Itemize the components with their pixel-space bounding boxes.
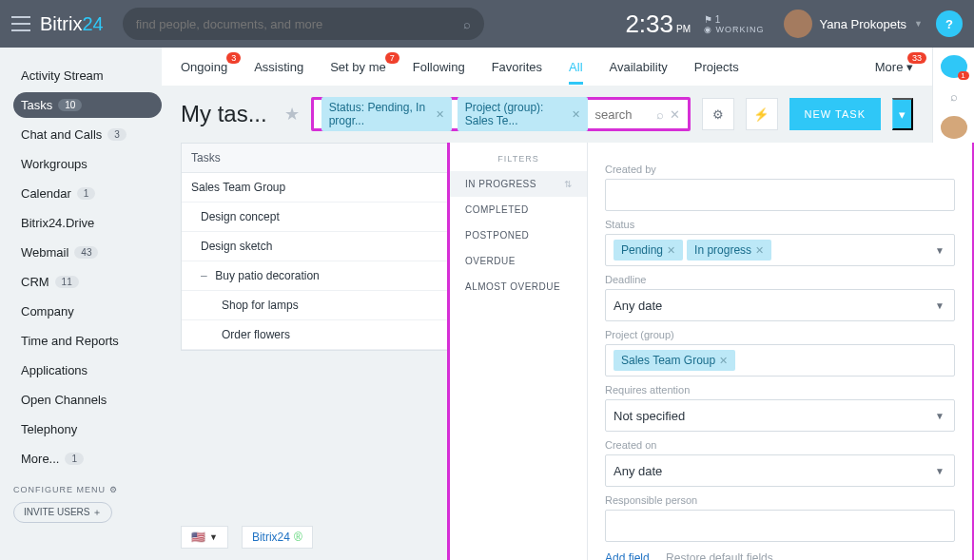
sidebar-item[interactable]: Time and Reports <box>13 328 162 354</box>
tab[interactable]: Favorites <box>492 60 542 74</box>
sidebar: Activity StreamTasks10Chat and Calls3Wor… <box>0 48 162 560</box>
filter-chip[interactable]: Project (group): Sales Te... ✕ <box>458 97 588 131</box>
avatar <box>784 10 812 38</box>
tabs-bar: Ongoing3AssistingSet by me7FollowingFavo… <box>162 48 932 86</box>
invite-users-button[interactable]: INVITE USERS ＋ <box>13 502 112 523</box>
logo: Bitrix24 <box>40 13 104 35</box>
sidebar-item[interactable]: Bitrix24.Drive <box>13 210 162 236</box>
chevron-down-icon: ▼ <box>914 19 923 29</box>
tab-more[interactable]: More ▾33 <box>875 60 913 74</box>
filter-preset[interactable]: OVERDUE <box>450 248 587 274</box>
tab[interactable]: Projects <box>694 60 739 74</box>
sidebar-item[interactable]: Tasks10 <box>13 92 162 118</box>
label-created-on: Created on <box>605 439 955 451</box>
global-search-input[interactable] <box>136 17 463 31</box>
sidebar-item[interactable]: Webmail43 <box>13 240 162 265</box>
filter-panel: FILTERS IN PROGRESS⇅COMPLETEDPOSTPONEDOV… <box>447 143 974 560</box>
notifications-icon[interactable]: 1 <box>941 55 967 78</box>
user-name: Yana Prokopets <box>820 17 907 31</box>
sidebar-item[interactable]: Workgroups <box>13 151 162 177</box>
menu-icon[interactable] <box>11 16 30 31</box>
clock: 2:33PM <box>625 10 691 39</box>
label-deadline: Deadline <box>605 274 955 285</box>
search-icon: ⌕ <box>463 17 471 31</box>
filter-search-input[interactable] <box>594 106 651 124</box>
tab[interactable]: Set by me7 <box>330 60 386 74</box>
chevron-down-icon: ▼ <box>935 411 945 421</box>
field-requires[interactable]: Not specified▼ <box>605 399 955 432</box>
sidebar-item[interactable]: Calendar1 <box>13 181 162 206</box>
filters-heading: FILTERS <box>450 154 587 164</box>
help-button[interactable]: ? <box>936 10 963 37</box>
tab[interactable]: All <box>569 60 582 74</box>
tab[interactable]: Following <box>413 60 465 74</box>
tasks-header: Tasks <box>182 144 465 173</box>
filter-preset[interactable]: POSTPONED <box>450 222 587 248</box>
tab[interactable]: Assisting <box>254 60 303 74</box>
task-row[interactable]: Design concept <box>182 203 465 232</box>
label-project: Project (group) <box>605 329 955 340</box>
sidebar-item[interactable]: Telephony <box>13 416 162 442</box>
label-requires: Requires attention <box>605 384 955 396</box>
field-status[interactable]: Pending ✕In progress ✕▼ <box>605 234 955 266</box>
filter-preset[interactable]: IN PROGRESS⇅ <box>450 171 587 197</box>
new-task-dropdown[interactable]: ▾ <box>892 98 913 130</box>
close-icon[interactable]: ✕ <box>572 108 580 121</box>
sidebar-item[interactable]: Open Channels <box>13 387 162 413</box>
sidebar-item[interactable]: CRM11 <box>13 269 162 295</box>
task-list: Tasks Sales Team GroupDesign conceptDesi… <box>181 143 466 351</box>
chevron-down-icon: ▼ <box>935 300 945 311</box>
footer-brand[interactable]: Bitrix24® <box>242 526 313 549</box>
bolt-button[interactable]: ⚡ <box>746 98 778 130</box>
field-created-by[interactable] <box>605 179 955 211</box>
search-rail-icon[interactable]: ⌕ <box>941 86 967 108</box>
star-icon[interactable]: ★ <box>284 104 300 125</box>
close-icon[interactable]: ✕ <box>719 355 728 367</box>
sidebar-item[interactable]: More...1 <box>13 446 162 472</box>
tab[interactable]: Availability <box>610 60 668 74</box>
language-selector[interactable]: 🇺🇸 ▼ <box>181 526 228 549</box>
status-chip[interactable]: In progress ✕ <box>687 240 771 261</box>
chip-project[interactable]: Sales Team Group✕ <box>614 350 735 371</box>
filter-preset[interactable]: ALMOST OVERDUE <box>450 274 587 299</box>
search-icon: ⌕ <box>656 107 664 122</box>
page-title: My tas... <box>181 101 267 127</box>
sidebar-item[interactable]: Chat and Calls3 <box>13 122 162 147</box>
status-chip[interactable]: Pending ✕ <box>614 240 683 261</box>
label-responsible: Responsible person <box>605 494 955 506</box>
label-created-by: Created by <box>605 164 955 175</box>
configure-menu[interactable]: CONFIGURE MENU ⚙ <box>13 485 162 494</box>
field-responsible[interactable] <box>605 510 955 542</box>
field-deadline[interactable]: Any date▼ <box>605 289 955 321</box>
task-row[interactable]: – Buy patio decoration <box>182 261 465 291</box>
filter-preset[interactable]: COMPLETED <box>450 197 587 222</box>
sidebar-item[interactable]: Activity Stream <box>13 63 162 88</box>
label-status: Status <box>605 219 955 230</box>
filter-box[interactable]: Status: Pending, In progr... ✕Project (g… <box>311 97 691 131</box>
contact-avatar[interactable] <box>941 116 967 139</box>
clear-icon[interactable]: ✕ <box>670 107 680 122</box>
clock-flag: ⚑ 1 <box>704 14 765 25</box>
filter-chip[interactable]: Status: Pending, In progr... ✕ <box>321 97 452 131</box>
add-field-link[interactable]: Add field <box>605 551 650 560</box>
close-icon[interactable]: ✕ <box>667 244 675 257</box>
clock-status: ◉ WORKING <box>704 25 765 34</box>
close-icon[interactable]: ✕ <box>436 108 444 121</box>
sidebar-item[interactable]: Applications <box>13 357 162 383</box>
user-menu[interactable]: Yana Prokopets ▼ <box>784 10 923 38</box>
tab[interactable]: Ongoing3 <box>181 60 227 74</box>
task-row[interactable]: Order flowers <box>182 320 465 350</box>
task-row[interactable]: Shop for lamps <box>182 291 465 320</box>
sidebar-item[interactable]: Company <box>13 299 162 324</box>
global-search[interactable]: ⌕ <box>123 8 484 40</box>
chevron-down-icon: ▼ <box>935 245 945 256</box>
new-task-button[interactable]: NEW TASK <box>789 98 881 130</box>
settings-button[interactable]: ⚙ <box>702 98 734 130</box>
restore-defaults-link[interactable]: Restore default fields <box>666 551 773 560</box>
field-created-on[interactable]: Any date▼ <box>605 454 955 487</box>
task-row[interactable]: Design sketch <box>182 232 465 261</box>
task-row[interactable]: Sales Team Group <box>182 173 465 203</box>
field-project[interactable]: Sales Team Group✕ <box>605 344 955 377</box>
chevron-down-icon: ▼ <box>935 466 945 476</box>
close-icon[interactable]: ✕ <box>755 244 764 257</box>
